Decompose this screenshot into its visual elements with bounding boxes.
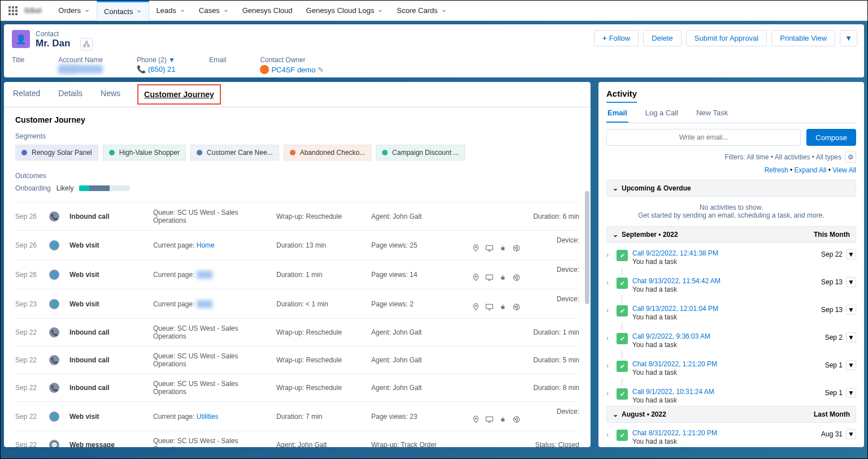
journey-row[interactable]: Sep 22💬Web messageQueue: SC US West - Sa… [15,431,579,447]
task-icon: ✔ [617,305,628,317]
row-col3: Agent: John Galt [371,384,456,392]
activity-link[interactable]: Call 9/2/2022, 9:36:03 AM [632,332,821,340]
activity-link[interactable]: Call 9/1/2022, 10:31:24 AM [632,388,821,396]
activity-menu-button[interactable]: ▼ [846,388,856,398]
tab-details[interactable]: Details [57,82,84,107]
journey-row[interactable]: Sep 26🌐Web visitCurrent page: xxxxDurati… [15,259,579,289]
journey-row[interactable]: Sep 22📞Inbound callQueue: SC US West - S… [15,374,579,401]
contact-icon: 👤 [12,30,30,48]
expand-icon[interactable]: › [606,251,612,259]
segment-chip[interactable]: Customer Care Nee... [190,145,279,161]
desktop-icon [485,274,493,283]
activity-tab-logcall[interactable]: Log a Call [644,109,680,123]
journey-row[interactable]: Sep 23🌐Web visitCurrent page: xxxxDurati… [15,289,579,318]
row-title: Web visit [70,413,143,421]
expand-all-link[interactable]: Expand All [795,166,827,174]
more-actions-button[interactable]: ▼ [840,30,857,46]
expand-icon[interactable]: › [606,306,612,314]
tab-related[interactable]: Related [12,82,41,107]
svg-rect-4 [486,245,493,250]
row-title: Web message [70,441,143,447]
activity-sub: You had a task [632,396,821,404]
segment-chip[interactable]: Renogy Solar Panel [15,145,98,161]
nav-tab-orders[interactable]: Orders [51,1,97,21]
activity-menu-button[interactable]: ▼ [846,277,856,287]
account-link[interactable]: Olivia [59,65,78,73]
nav-tab-contacts[interactable]: Contacts [97,1,149,21]
view-all-link[interactable]: View All [832,166,856,174]
activity-group-header[interactable]: ⌄August • 2022Last Month [606,406,856,423]
expand-icon[interactable]: › [606,334,612,342]
row-right: Duration: 5 min [466,356,579,364]
scrollbar-thumb[interactable] [585,191,589,304]
compose-button[interactable]: Compose [806,129,856,146]
activity-tab-email[interactable]: Email [606,109,628,123]
upcoming-section[interactable]: ⌄Upcoming & Overdue [606,180,856,197]
tab-customer-journey[interactable]: Customer Journey [137,84,221,105]
app-launcher-icon[interactable] [8,6,18,15]
chrome-icon [513,415,520,425]
journey-row[interactable]: Sep 26📞Inbound callQueue: SC US West - S… [15,202,579,230]
row-type-icon: 🌐 [49,412,59,422]
nav-tab-cases[interactable]: Cases [192,1,236,21]
record-header: 👤 Contact Mr. Dan +Follow Delete Submit … [4,24,864,77]
timeline-connector [622,323,856,331]
change-owner-icon[interactable]: ✎ [318,66,324,74]
svg-rect-0 [86,41,88,43]
email-input[interactable] [606,129,801,146]
phone-label: Phone (2) ▼ [137,56,175,64]
activity-link[interactable]: Call 9/13/2022, 12:01:04 PM [632,305,817,313]
activity-date: Sep 1 [825,389,843,397]
expand-icon[interactable]: › [606,362,612,370]
row-col1: Queue: SC US West - Sales Operations [153,209,266,224]
page-link[interactable]: Home [197,241,215,249]
nav-tab-leads[interactable]: Leads [149,1,192,21]
activity-link[interactable]: Chat 8/31/2022, 1:21:20 PM [632,429,817,437]
hierarchy-icon[interactable] [80,38,93,50]
activity-link[interactable]: Call 9/22/2022, 12:41:38 PM [632,249,817,257]
filter-settings-icon[interactable]: ⚙ [845,151,856,163]
expand-icon[interactable]: › [606,389,612,397]
phone-link[interactable]: (650) 21 [148,65,175,73]
activity-menu-button[interactable]: ▼ [846,305,856,315]
activity-link[interactable]: Chat 8/31/2022, 1:21:20 PM [632,360,821,368]
segment-chip[interactable]: High-Value Shopper [103,145,186,161]
row-type-icon: 📞 [49,383,59,393]
page-link[interactable]: Utilities [197,413,219,421]
printable-view-button[interactable]: Printable View [771,30,835,46]
activity-link[interactable]: Chat 9/13/2022, 11:54:42 AM [632,277,817,285]
journey-row[interactable]: Sep 26🌐Web visitCurrent page: HomeDurati… [15,230,579,259]
delete-button[interactable]: Delete [643,30,682,46]
desktop-icon [485,415,493,425]
journey-row[interactable]: Sep 22🌐Web visitCurrent page: UtilitiesD… [15,401,579,431]
nav-tab-score cards[interactable]: Score Cards [390,1,453,21]
activity-sub: You had a task [632,285,817,293]
segment-dot-icon [382,150,388,155]
expand-icon[interactable]: › [606,431,612,439]
activity-menu-button[interactable]: ▼ [846,332,856,343]
journey-row[interactable]: Sep 22📞Inbound callQueue: SC US West - S… [15,346,579,374]
tab-news[interactable]: News [99,82,121,107]
activity-item: ›✔Call 9/13/2022, 12:01:04 PMYou had a t… [606,303,856,323]
activity-menu-button[interactable]: ▼ [846,429,856,439]
activity-menu-button[interactable]: ▼ [846,360,856,370]
segment-chip[interactable]: Abandoned Checko... [284,145,371,161]
submit-approval-button[interactable]: Submit for Approval [686,30,767,46]
activity-menu-button[interactable]: ▼ [846,249,856,259]
segment-chip[interactable]: Campaign Discount ... [376,145,465,161]
row-col1: Current page: xxxx [153,271,266,279]
owner-link[interactable]: PC4SF demo [271,66,315,74]
svg-point-10 [515,276,518,279]
row-col1: Current page: Utilities [153,413,266,421]
owner-label: Contact Owner [260,56,324,64]
nav-tab-genesys cloud logs[interactable]: Genesys Cloud Logs [300,1,390,21]
activity-group-header[interactable]: ⌄September • 2022This Month [606,226,856,243]
follow-button[interactable]: +Follow [594,30,639,46]
svg-point-15 [475,418,476,419]
nav-tab-genesys cloud[interactable]: Genesys Cloud [236,1,300,21]
expand-icon[interactable]: › [606,279,612,287]
svg-rect-1 [84,45,85,47]
refresh-link[interactable]: Refresh [765,166,788,174]
journey-row[interactable]: Sep 22📞Inbound callQueue: SC US West - S… [15,318,579,346]
activity-tab-newtask[interactable]: New Task [695,109,729,123]
